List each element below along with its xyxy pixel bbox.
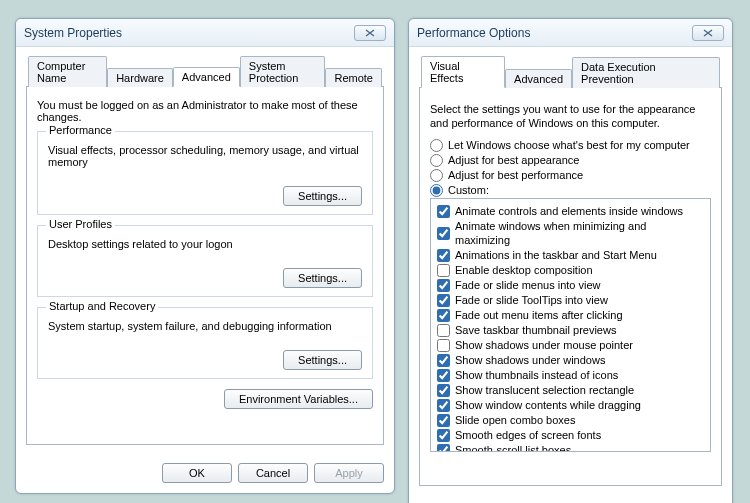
- tab-visual-effects[interactable]: Visual Effects: [421, 56, 505, 88]
- performance-settings-button[interactable]: Settings...: [283, 186, 362, 206]
- check-label: Show window contents while dragging: [455, 398, 641, 412]
- check-input[interactable]: [437, 444, 450, 453]
- check-label: Show shadows under windows: [455, 353, 605, 367]
- radio-auto[interactable]: Let Windows choose what's best for my co…: [430, 138, 711, 152]
- check-item[interactable]: Save taskbar thumbnail previews: [437, 323, 704, 337]
- check-item[interactable]: Slide open combo boxes: [437, 413, 704, 427]
- group-performance: Performance Visual effects, processor sc…: [37, 131, 373, 215]
- radio-label: Let Windows choose what's best for my co…: [448, 138, 690, 152]
- dialog-title: Performance Options: [417, 26, 692, 40]
- check-input[interactable]: [437, 399, 450, 412]
- group-desc: Desktop settings related to your logon: [48, 238, 362, 250]
- check-item[interactable]: Show translucent selection rectangle: [437, 383, 704, 397]
- dialog-body: Visual EffectsAdvancedData Execution Pre…: [409, 47, 732, 496]
- radio-custom-input[interactable]: [430, 184, 443, 197]
- check-item[interactable]: Smooth edges of screen fonts: [437, 428, 704, 442]
- ok-button[interactable]: OK: [162, 463, 232, 483]
- tab-advanced[interactable]: Advanced: [173, 67, 240, 87]
- group-desc: System startup, system failure, and debu…: [48, 320, 362, 332]
- dialog-buttons: OK Cancel Apply: [409, 496, 732, 503]
- check-input[interactable]: [437, 279, 450, 292]
- group-legend: Performance: [46, 124, 115, 136]
- check-item[interactable]: Smooth-scroll list boxes: [437, 443, 704, 452]
- startup-recovery-settings-button[interactable]: Settings...: [283, 350, 362, 370]
- check-label: Show thumbnails instead of icons: [455, 368, 618, 382]
- check-item[interactable]: Enable desktop composition: [437, 263, 704, 277]
- radio-label: Adjust for best appearance: [448, 153, 579, 167]
- performance-options-dialog: Performance Options Visual EffectsAdvanc…: [408, 18, 733, 503]
- radio-auto-input[interactable]: [430, 139, 443, 152]
- check-label: Smooth-scroll list boxes: [455, 443, 571, 452]
- check-input[interactable]: [437, 264, 450, 277]
- dialog-buttons: OK Cancel Apply: [16, 455, 394, 493]
- check-label: Smooth edges of screen fonts: [455, 428, 601, 442]
- radio-best-appearance-input[interactable]: [430, 154, 443, 167]
- cancel-button[interactable]: Cancel: [238, 463, 308, 483]
- check-item[interactable]: Animate controls and elements inside win…: [437, 204, 704, 218]
- tab-advanced[interactable]: Advanced: [505, 69, 572, 88]
- check-input[interactable]: [437, 429, 450, 442]
- close-button[interactable]: [692, 25, 724, 41]
- check-item[interactable]: Fade or slide ToolTips into view: [437, 293, 704, 307]
- check-label: Fade or slide ToolTips into view: [455, 293, 608, 307]
- radio-label: Adjust for best performance: [448, 168, 583, 182]
- tab-computer-name[interactable]: Computer Name: [28, 56, 107, 87]
- admin-note: You must be logged on as an Administrato…: [37, 99, 373, 123]
- dialog-body: Computer NameHardwareAdvancedSystem Prot…: [16, 47, 394, 455]
- check-label: Slide open combo boxes: [455, 413, 575, 427]
- check-item[interactable]: Animations in the taskbar and Start Menu: [437, 248, 704, 262]
- tab-remote[interactable]: Remote: [325, 68, 382, 87]
- tab-data-execution-prevention[interactable]: Data Execution Prevention: [572, 57, 720, 88]
- check-item[interactable]: Show shadows under mouse pointer: [437, 338, 704, 352]
- group-legend: User Profiles: [46, 218, 115, 230]
- tabstrip: Computer NameHardwareAdvancedSystem Prot…: [26, 55, 384, 87]
- check-item[interactable]: Fade or slide menus into view: [437, 278, 704, 292]
- check-label: Show shadows under mouse pointer: [455, 338, 633, 352]
- check-label: Animate windows when minimizing and maxi…: [455, 219, 704, 247]
- radio-best-appearance[interactable]: Adjust for best appearance: [430, 153, 711, 167]
- dialog-title: System Properties: [24, 26, 354, 40]
- check-input[interactable]: [437, 384, 450, 397]
- system-properties-dialog: System Properties Computer NameHardwareA…: [15, 18, 395, 494]
- instruction-text: Select the settings you want to use for …: [430, 102, 711, 130]
- tab-hardware[interactable]: Hardware: [107, 68, 173, 87]
- close-icon: [365, 29, 375, 37]
- check-input[interactable]: [437, 324, 450, 337]
- tab-system-protection[interactable]: System Protection: [240, 56, 326, 87]
- check-input[interactable]: [437, 294, 450, 307]
- check-label: Animations in the taskbar and Start Menu: [455, 248, 657, 262]
- group-startup-recovery: Startup and Recovery System startup, sys…: [37, 307, 373, 379]
- check-label: Show translucent selection rectangle: [455, 383, 634, 397]
- check-item[interactable]: Show shadows under windows: [437, 353, 704, 367]
- tab-panel-advanced: You must be logged on as an Administrato…: [26, 87, 384, 445]
- check-input[interactable]: [437, 205, 450, 218]
- check-label: Animate controls and elements inside win…: [455, 204, 683, 218]
- radio-best-performance[interactable]: Adjust for best performance: [430, 168, 711, 182]
- check-input[interactable]: [437, 354, 450, 367]
- check-input[interactable]: [437, 414, 450, 427]
- radio-custom[interactable]: Custom:: [430, 183, 711, 197]
- check-label: Enable desktop composition: [455, 263, 593, 277]
- group-legend: Startup and Recovery: [46, 300, 158, 312]
- check-item[interactable]: Fade out menu items after clicking: [437, 308, 704, 322]
- tab-panel-visual-effects: Select the settings you want to use for …: [419, 88, 722, 486]
- environment-variables-button[interactable]: Environment Variables...: [224, 389, 373, 409]
- radio-label: Custom:: [448, 183, 489, 197]
- check-item[interactable]: Animate windows when minimizing and maxi…: [437, 219, 704, 247]
- check-label: Fade out menu items after clicking: [455, 308, 623, 322]
- group-desc: Visual effects, processor scheduling, me…: [48, 144, 362, 168]
- check-input[interactable]: [437, 249, 450, 262]
- check-item[interactable]: Show thumbnails instead of icons: [437, 368, 704, 382]
- check-input[interactable]: [437, 227, 450, 240]
- tabstrip: Visual EffectsAdvancedData Execution Pre…: [419, 55, 722, 88]
- check-input[interactable]: [437, 339, 450, 352]
- close-button[interactable]: [354, 25, 386, 41]
- group-user-profiles: User Profiles Desktop settings related t…: [37, 225, 373, 297]
- visual-effects-checklist[interactable]: Animate controls and elements inside win…: [430, 198, 711, 452]
- apply-button[interactable]: Apply: [314, 463, 384, 483]
- radio-best-performance-input[interactable]: [430, 169, 443, 182]
- check-input[interactable]: [437, 369, 450, 382]
- user-profiles-settings-button[interactable]: Settings...: [283, 268, 362, 288]
- check-input[interactable]: [437, 309, 450, 322]
- check-item[interactable]: Show window contents while dragging: [437, 398, 704, 412]
